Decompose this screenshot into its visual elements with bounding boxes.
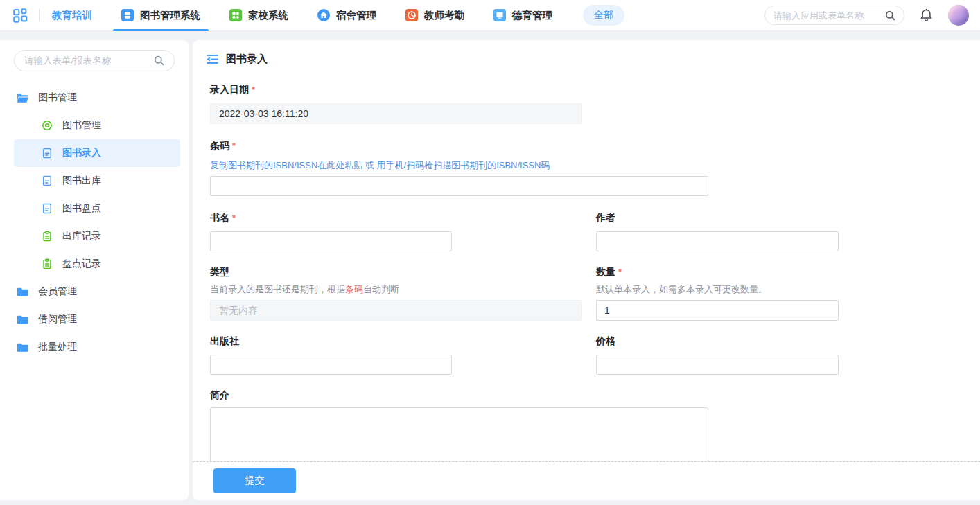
barcode-ref-link[interactable]: 条码 bbox=[345, 284, 363, 294]
author-label: 作者 bbox=[596, 212, 846, 224]
tab-label: 家校系统 bbox=[248, 9, 288, 22]
global-search-input[interactable] bbox=[773, 10, 880, 21]
book-name-label: 书名 bbox=[210, 212, 596, 224]
row-publisher-price: 出版社 价格 bbox=[210, 335, 980, 375]
field-entry-date: 录入日期 bbox=[210, 84, 980, 124]
user-avatar[interactable] bbox=[948, 5, 969, 26]
quantity-input[interactable] bbox=[596, 300, 839, 321]
form-footer: 提交 bbox=[193, 461, 980, 500]
nav-home-link[interactable]: 教育培训 bbox=[52, 9, 92, 22]
sidebar-item-inventory-records[interactable]: 盘点记录 bbox=[0, 250, 189, 278]
sidebar-item-label: 图书管理 bbox=[38, 91, 77, 104]
search-icon[interactable] bbox=[885, 10, 895, 21]
menu-fold-icon[interactable] bbox=[207, 54, 218, 64]
book-entry-form: 录入日期 条码 复制图书期刊的ISBN/ISSN在此处粘贴 或 用手机/扫码枪扫… bbox=[193, 66, 980, 461]
tab-label: 德育管理 bbox=[512, 9, 552, 22]
sidebar-item-label: 图书出库 bbox=[62, 175, 101, 187]
submit-button[interactable]: 提交 bbox=[213, 468, 296, 493]
book-name-input[interactable] bbox=[210, 231, 452, 251]
search-icon[interactable] bbox=[154, 55, 164, 66]
tab-label: 教师考勤 bbox=[424, 9, 464, 22]
field-intro: 简介 bbox=[210, 389, 980, 461]
main-content-panel: 图书录入 录入日期 条码 复制图书期刊的ISBN/ISSN在此处粘贴 或 用手机… bbox=[193, 40, 980, 500]
barcode-input[interactable] bbox=[210, 176, 708, 196]
sidebar-folder-batch-processing[interactable]: 批量处理 bbox=[0, 333, 189, 361]
author-input[interactable] bbox=[596, 231, 839, 251]
price-label: 价格 bbox=[596, 335, 846, 348]
sidebar-item-label: 批量处理 bbox=[38, 341, 77, 353]
tab-label: 图书管理系统 bbox=[140, 9, 200, 22]
barcode-help-text: 复制图书期刊的ISBN/ISSN在此处粘贴 或 用手机/扫码枪扫描图书期刊的IS… bbox=[210, 159, 980, 172]
folder-icon bbox=[17, 314, 28, 325]
clipboard-icon bbox=[42, 258, 53, 269]
tab-dormitory-management[interactable]: 宿舍管理 bbox=[317, 0, 376, 31]
type-field bbox=[210, 300, 582, 321]
sidebar: 图书管理 图书管理 图书录入 图书出库 bbox=[0, 40, 189, 500]
sidebar-item-book-entry[interactable]: 图书录入 bbox=[0, 139, 189, 167]
sidebar-item-label: 图书录入 bbox=[62, 147, 101, 159]
sidebar-folder-borrow-management[interactable]: 借阅管理 bbox=[0, 305, 189, 333]
moral-education-app-icon bbox=[493, 9, 506, 21]
tab-label: 宿舍管理 bbox=[336, 9, 376, 22]
divider bbox=[39, 9, 40, 21]
sidebar-item-checkout-records[interactable]: 出库记录 bbox=[0, 222, 189, 250]
tab-all-apps[interactable]: 全部 bbox=[583, 5, 624, 26]
quantity-label: 数量 bbox=[596, 266, 846, 278]
quantity-help-text: 默认单本录入，如需多本录入可更改数量。 bbox=[596, 283, 846, 296]
entry-date-field[interactable] bbox=[210, 103, 582, 124]
document-icon bbox=[42, 203, 53, 214]
row-type-quantity: 类型 当前录入的是图书还是期刊，根据条码自动判断 数量 默认单本录入，如需多本录… bbox=[210, 266, 980, 321]
intro-textarea[interactable] bbox=[210, 407, 708, 461]
sidebar-folder-book-management[interactable]: 图书管理 bbox=[0, 84, 189, 112]
app-launcher-icon[interactable] bbox=[11, 6, 29, 24]
field-price: 价格 bbox=[596, 335, 846, 375]
header-right-actions bbox=[764, 5, 969, 26]
sidebar-item-book-inventory[interactable]: 图书盘点 bbox=[0, 195, 189, 222]
global-search-box bbox=[764, 6, 904, 25]
sidebar-search-input[interactable] bbox=[24, 55, 148, 66]
type-help-text: 当前录入的是图书还是期刊，根据条码自动判断 bbox=[210, 283, 596, 296]
document-icon bbox=[42, 175, 53, 186]
page-title: 图书录入 bbox=[226, 53, 268, 66]
entry-date-label: 录入日期 bbox=[210, 84, 980, 96]
book-app-icon bbox=[121, 9, 134, 21]
top-header: 教育培训 图书管理系统 家校系统 宿舍管理 bbox=[0, 0, 980, 31]
tab-teacher-attendance[interactable]: 教师考勤 bbox=[405, 0, 464, 31]
tab-home-school-system[interactable]: 家校系统 bbox=[229, 0, 288, 31]
row-bookname-author: 书名 作者 bbox=[210, 212, 980, 251]
sidebar-item-label: 借阅管理 bbox=[38, 313, 77, 326]
sidebar-item-label: 盘点记录 bbox=[62, 258, 101, 270]
folder-icon bbox=[17, 287, 28, 297]
folder-open-icon bbox=[17, 93, 28, 103]
dormitory-app-icon bbox=[317, 9, 330, 21]
field-author: 作者 bbox=[596, 212, 846, 251]
sidebar-folder-member-management[interactable]: 会员管理 bbox=[0, 278, 189, 305]
sidebar-item-label: 会员管理 bbox=[38, 285, 77, 298]
sidebar-search-box bbox=[14, 50, 175, 71]
clipboard-icon bbox=[42, 231, 53, 242]
field-barcode: 条码 复制图书期刊的ISBN/ISSN在此处粘贴 或 用手机/扫码枪扫描图书期刊… bbox=[210, 140, 980, 196]
field-type: 类型 当前录入的是图书还是期刊，根据条码自动判断 bbox=[210, 266, 596, 321]
sidebar-item-book-checkout[interactable]: 图书出库 bbox=[0, 167, 189, 195]
field-book-name: 书名 bbox=[210, 212, 596, 251]
price-input[interactable] bbox=[596, 355, 839, 375]
field-publisher: 出版社 bbox=[210, 335, 596, 375]
target-icon bbox=[42, 120, 53, 131]
tab-moral-education[interactable]: 德育管理 bbox=[493, 0, 552, 31]
barcode-label: 条码 bbox=[210, 140, 980, 152]
document-icon bbox=[42, 148, 53, 159]
sidebar-item-label: 图书管理 bbox=[62, 119, 101, 132]
home-school-app-icon bbox=[229, 9, 242, 21]
folder-icon bbox=[17, 342, 28, 353]
attendance-clock-app-icon bbox=[405, 9, 418, 21]
form-header: 图书录入 bbox=[193, 40, 980, 66]
type-label: 类型 bbox=[210, 266, 596, 278]
publisher-input[interactable] bbox=[210, 355, 452, 375]
intro-label: 简介 bbox=[210, 389, 980, 402]
tab-book-management-system[interactable]: 图书管理系统 bbox=[121, 0, 200, 31]
sidebar-item-label: 图书盘点 bbox=[62, 202, 101, 215]
sidebar-item-book-management[interactable]: 图书管理 bbox=[0, 112, 189, 139]
sidebar-item-label: 出库记录 bbox=[62, 230, 101, 242]
field-quantity: 数量 默认单本录入，如需多本录入可更改数量。 bbox=[596, 266, 846, 321]
notification-bell-icon[interactable] bbox=[920, 8, 933, 22]
